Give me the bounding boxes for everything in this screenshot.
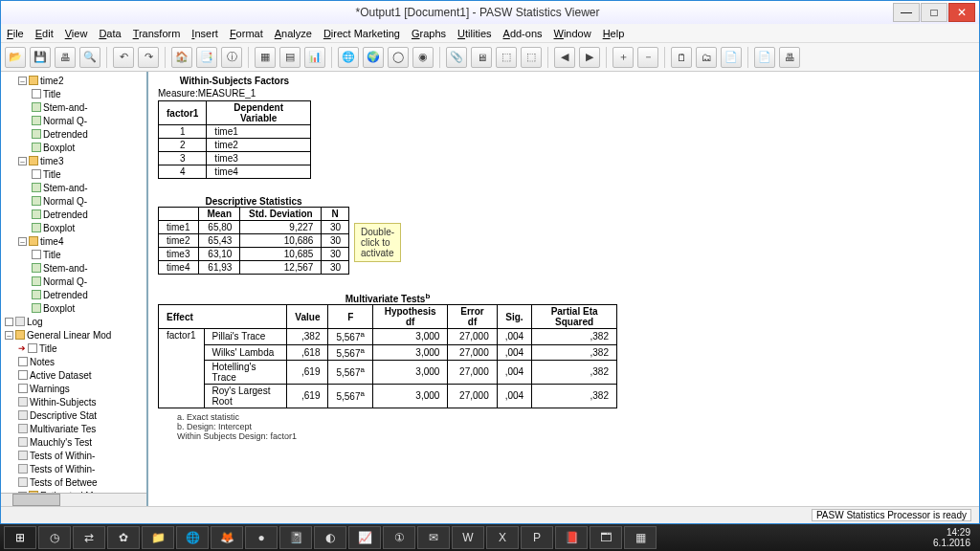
toolbar-button-21[interactable]: 📎	[446, 47, 467, 68]
toolbar-button-2[interactable]: 🖶	[55, 47, 76, 68]
tree-item-detrended[interactable]: Detrended	[5, 288, 145, 301]
tree-toggle-icon[interactable]: –	[18, 237, 27, 246]
taskbar-app-10[interactable]: 📈	[348, 526, 381, 549]
system-clock[interactable]: 14:296.1.2016	[927, 527, 976, 548]
toolbar-button-29[interactable]: ＋	[612, 47, 634, 68]
tree-toggle-icon[interactable]: –	[18, 77, 27, 85]
tree-item-title[interactable]: Title	[5, 167, 145, 181]
taskbar-app-17[interactable]: 🗔	[590, 526, 622, 549]
toolbar-button-30[interactable]: －	[637, 47, 658, 68]
tree-item-glm-2[interactable]: Active Dataset	[5, 368, 145, 382]
minimize-button[interactable]: —	[893, 3, 920, 22]
taskbar-app-16[interactable]: 📕	[555, 526, 588, 549]
taskbar-app-12[interactable]: ✉	[417, 526, 450, 549]
tree-toggle-icon[interactable]: –	[18, 157, 27, 165]
toolbar-button-36[interactable]: 📄	[754, 47, 775, 68]
tree-group-time4[interactable]: –time4	[5, 234, 145, 248]
tree-item-stem-and-[interactable]: Stem-and-	[5, 261, 145, 275]
toolbar-button-16[interactable]: 🌐	[338, 47, 359, 68]
menu-graphs[interactable]: Graphs	[412, 28, 446, 39]
toolbar-button-24[interactable]: ⬚	[521, 47, 542, 68]
taskbar-app-9[interactable]: ◐	[314, 526, 346, 549]
tree-item-boxplot[interactable]: Boxplot	[5, 141, 145, 154]
within-subjects-table[interactable]: factor1Dependent Variable 1time12time23t…	[158, 100, 311, 179]
tree-item-normal q-[interactable]: Normal Q-	[5, 114, 145, 127]
tree-item-glm-6[interactable]: Multivariate Tes	[5, 422, 145, 435]
toolbar-button-3[interactable]: 🔍	[79, 47, 100, 68]
tree-item-log[interactable]: Log	[5, 315, 145, 328]
tree-item-detrended[interactable]: Detrended	[5, 127, 145, 141]
toolbar-button-0[interactable]: 📂	[5, 47, 26, 68]
toolbar-button-5[interactable]: ↶	[113, 47, 134, 68]
toolbar-button-8[interactable]: 🏠	[171, 47, 192, 68]
menu-format[interactable]: Format	[230, 28, 263, 39]
menu-utilities[interactable]: Utilities	[457, 28, 491, 39]
toolbar-button-13[interactable]: ▤	[279, 47, 301, 68]
tree-item-glm-7[interactable]: Mauchly's Test	[5, 435, 145, 449]
menu-direct-marketing[interactable]: Direct Marketing	[323, 28, 400, 39]
toolbar-button-34[interactable]: 📄	[721, 47, 742, 68]
menu-add-ons[interactable]: Add-ons	[503, 28, 543, 39]
tree-item-glm-9[interactable]: Tests of Within-	[5, 462, 145, 475]
taskbar-app-8[interactable]: 📓	[279, 526, 312, 549]
taskbar-app-5[interactable]: 🌐	[176, 526, 209, 549]
tree-item-glm-4[interactable]: Within-Subjects	[5, 395, 145, 408]
menu-file[interactable]: File	[7, 28, 24, 39]
toolbar-button-27[interactable]: ▶	[579, 47, 600, 68]
tree-item-glm-1[interactable]: Notes	[5, 355, 145, 368]
tree-item-boxplot[interactable]: Boxplot	[5, 301, 145, 315]
toolbar-button-26[interactable]: ◀	[554, 47, 575, 68]
tree-group-time2[interactable]: –time2	[5, 74, 145, 87]
output-tree[interactable]: –time2TitleStem-and-Normal Q-DetrendedBo…	[1, 72, 148, 506]
maximize-button[interactable]: □	[921, 3, 947, 22]
menu-data[interactable]: Data	[99, 28, 121, 39]
toolbar-button-9[interactable]: 📑	[196, 47, 217, 68]
tree-item-stem-and-[interactable]: Stem-and-	[5, 181, 145, 194]
menu-help[interactable]: Help	[603, 28, 625, 39]
toolbar-button-37[interactable]: 🖶	[779, 47, 800, 68]
menu-edit[interactable]: Edit	[35, 28, 54, 39]
tree-horizontal-scrollbar[interactable]	[1, 493, 146, 506]
tree-item-normal q-[interactable]: Normal Q-	[5, 194, 145, 208]
taskbar-app-2[interactable]: ⇄	[73, 526, 105, 549]
taskbar-app-6[interactable]: 🦊	[211, 526, 243, 549]
toolbar-button-17[interactable]: 🌍	[363, 47, 384, 68]
toolbar-button-32[interactable]: 🗒	[671, 47, 692, 68]
output-pane[interactable]: Within-Subjects Factors Measure:MEASURE_…	[148, 72, 979, 506]
menu-insert[interactable]: Insert	[191, 28, 218, 39]
tree-item-glm-0[interactable]: ➔Title	[5, 342, 145, 355]
taskbar-app-14[interactable]: X	[486, 526, 519, 549]
taskbar-app-11[interactable]: ①	[383, 526, 415, 549]
tree-group-glm[interactable]: –General Linear Mod	[5, 328, 145, 342]
tree-item-glm-3[interactable]: Warnings	[5, 382, 145, 395]
toolbar-button-10[interactable]: ⓘ	[221, 47, 242, 68]
toolbar-button-12[interactable]: ▦	[255, 47, 276, 68]
taskbar-app-13[interactable]: W	[452, 526, 484, 549]
taskbar-app-3[interactable]: ✿	[107, 526, 140, 549]
taskbar-app-4[interactable]: 📁	[142, 526, 174, 549]
tree-toggle-icon[interactable]	[5, 318, 13, 326]
toolbar-button-6[interactable]: ↷	[138, 47, 159, 68]
taskbar[interactable]: ⊞◷⇄✿📁🌐🦊●📓◐📈①✉WXP📕🗔▦14:296.1.2016	[0, 524, 980, 551]
toolbar-button-1[interactable]: 💾	[30, 47, 51, 68]
taskbar-app-7[interactable]: ●	[245, 526, 278, 549]
menu-window[interactable]: Window	[554, 28, 591, 39]
tree-group-time3[interactable]: –time3	[5, 154, 145, 167]
toolbar-button-18[interactable]: ◯	[388, 47, 409, 68]
tree-item-title[interactable]: Title	[5, 248, 145, 261]
start-button[interactable]: ⊞	[4, 526, 36, 549]
toolbar-button-22[interactable]: 🖥	[471, 47, 492, 68]
descriptive-table[interactable]: MeanStd. DeviationN time165,809,22730tim…	[158, 207, 349, 275]
tree-item-glm-5[interactable]: Descriptive Stat	[5, 408, 145, 422]
tree-toggle-icon[interactable]: –	[5, 331, 13, 340]
multivariate-table[interactable]: EffectValueFHypothesis dfError dfSig.Par…	[158, 304, 617, 408]
close-button[interactable]: ✕	[948, 3, 975, 22]
tree-item-glm-10[interactable]: Tests of Betwee	[5, 475, 145, 489]
toolbar-button-19[interactable]: ◉	[412, 47, 434, 68]
menu-transform[interactable]: Transform	[133, 28, 181, 39]
tree-item-stem-and-[interactable]: Stem-and-	[5, 100, 145, 114]
tree-item-title[interactable]: Title	[5, 87, 145, 100]
menu-view[interactable]: View	[65, 28, 88, 39]
tree-item-detrended[interactable]: Detrended	[5, 208, 145, 221]
toolbar-button-14[interactable]: 📊	[304, 47, 325, 68]
